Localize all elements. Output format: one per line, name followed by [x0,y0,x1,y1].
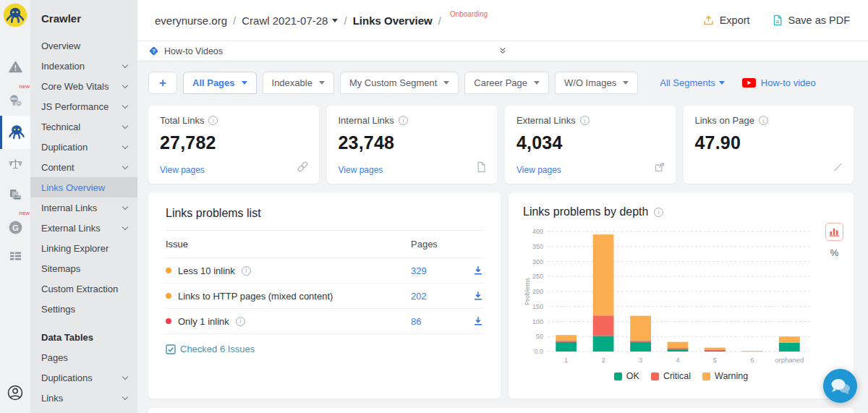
problems-table-header: Issue Pages [166,231,483,258]
download-button[interactable] [467,265,483,276]
segment-tab-indexable[interactable]: Indexable [263,72,334,94]
download-button[interactable] [467,291,483,301]
chevron-down-icon [122,62,128,68]
save-as-pdf-button[interactable]: Save as PDF [772,14,850,26]
checked-issues-link[interactable]: Checked 6 Issues [166,344,483,354]
seo-ideas-button[interactable]: new SEO [0,86,30,115]
alerts-button[interactable] [0,52,30,81]
google-button[interactable]: new G [0,213,30,242]
segment-tab-wo-images[interactable]: W/O Images [555,72,638,94]
sidebar-item-duplications[interactable]: Duplications [30,367,137,388]
info-icon[interactable]: i [242,266,251,276]
warning-dot [166,293,171,299]
info-icon[interactable]: i [399,116,408,125]
internal-links-value: 23,748 [339,132,486,153]
sidebar-item-overview[interactable]: Overview [30,35,137,56]
content-area: + All Pages Indexable My Custom Segment … [137,61,868,413]
links-problems-by-depth-chart[interactable]: 0.050100150200250300350400123456orphaned… [523,226,812,367]
sidebar-item-links[interactable]: Links [30,388,137,408]
export-button[interactable]: Export [702,14,750,26]
percent-toggle[interactable]: % [830,247,839,258]
sidebar-item-external-links[interactable]: External Links [30,218,137,238]
svg-text:300: 300 [532,258,543,265]
sidebar-item-technical[interactable]: Technical [30,116,137,137]
info-icon[interactable]: i [208,116,218,125]
info-icon[interactable]: i [236,317,245,326]
svg-text:4: 4 [676,356,679,364]
svg-text:100: 100 [532,318,543,325]
segment-tab-career-page[interactable]: Career Page [464,72,549,94]
legend-item-ok[interactable]: OK [614,371,639,381]
crawl-selector[interactable]: Crawl 2021-07-28 [242,14,338,27]
card-external-links: External Linksi 4,034 View pages [505,106,676,184]
chevron-down-icon [122,204,128,210]
sidebar-item-pages[interactable]: Pages [30,347,137,367]
legend-item-critical[interactable]: Critical [651,371,691,381]
compare-button[interactable] [0,150,30,179]
info-icon[interactable]: i [654,208,663,217]
critical-dot [166,318,171,324]
sidebar-item-linking-explorer[interactable]: Linking Explorer [30,238,137,258]
segment-tab-all-pages[interactable]: All Pages [183,72,257,94]
chat-button[interactable] [823,369,857,403]
youtube-icon [742,78,756,88]
svg-text:?: ? [152,48,156,54]
sidebar-item-internal-links[interactable]: Internal Links [30,197,137,218]
info-icon[interactable]: i [759,116,768,125]
account-icon [7,385,23,401]
top-actions: Export Save as PDF [702,14,850,26]
pages-count-link[interactable]: 202 [411,291,467,302]
next-panel-peek [148,408,854,413]
view-pages-link[interactable]: View pages [160,165,205,175]
stat-cards-row: Total Linksi 27,782 View pages Internal … [148,106,854,184]
octopus-logo-icon [3,3,27,27]
howto-videos-bar[interactable]: ? How-to Videos [137,41,868,61]
sidebar-item-links-overview[interactable]: Links Overview [30,177,137,197]
card-links-on-page: Links on Pagei 47.90 [684,106,854,184]
sidebar-item-settings[interactable]: Settings [30,299,137,319]
card-internal-links: Internal Linksi 23,748 View pages [327,106,498,184]
collapse-chevrons-icon[interactable] [499,47,507,55]
top-bar: everynurse.org / Crawl 2021-07-28 / Link… [137,0,868,41]
breadcrumb: everynurse.org / Crawl 2021-07-28 / Link… [155,14,702,27]
sidebar-item-core-web-vitals[interactable]: Core Web Vitals [30,76,137,96]
segment-tab-my-custom-segment[interactable]: My Custom Segment [340,72,459,94]
chart-tools: % [825,223,843,258]
sidebar-item-sitemaps[interactable]: Sitemaps [30,258,137,278]
download-button[interactable] [467,316,483,326]
chevron-down-icon [122,394,128,400]
legend-item-warning[interactable]: Warning [702,371,748,381]
svg-text:250: 250 [532,273,543,280]
account-button[interactable] [0,378,30,407]
sidebar-item-custom-extraction[interactable]: Custom Extraction [30,278,137,299]
chat-bubbles-icon [823,369,857,403]
svg-text:150: 150 [532,303,543,310]
data-tables-button[interactable] [0,242,30,271]
view-pages-link[interactable]: View pages [339,165,383,175]
pages-count-link[interactable]: 329 [411,265,467,276]
sidebar-item-js-performance[interactable]: JS Performance [30,96,137,116]
chevron-down-icon [534,81,540,85]
sidebar-item-duplication[interactable]: Duplication [30,137,137,157]
howto-video-link[interactable]: How-to video [742,77,816,88]
pages-count-link[interactable]: 86 [411,316,467,327]
crawler-button[interactable] [0,116,30,149]
sidebar-item-content[interactable]: Content [30,157,137,177]
checkbox-checked-icon [166,344,176,354]
view-pages-link[interactable]: View pages [516,165,561,175]
svg-text:1: 1 [564,356,568,364]
all-segments-dropdown[interactable]: All Segments [660,77,725,88]
add-segment-button[interactable]: + [148,72,177,94]
info-icon[interactable]: i [580,116,590,125]
logs-button[interactable]: LOG [0,180,30,209]
bar-chart-icon [829,227,840,237]
breadcrumb-current-page: Links Overview [353,14,433,27]
icon-rail: new SEO LOG [0,0,30,413]
onboarding-badge[interactable]: Onboarding [450,10,488,18]
chart-type-button[interactable] [825,223,843,241]
jetoctopus-logo[interactable] [3,3,27,27]
new-badge: new [19,210,30,216]
breadcrumb-site[interactable]: everynurse.org [155,14,227,27]
sidebar-item-indexation[interactable]: Indexation [30,56,137,76]
document-icon [476,161,487,176]
